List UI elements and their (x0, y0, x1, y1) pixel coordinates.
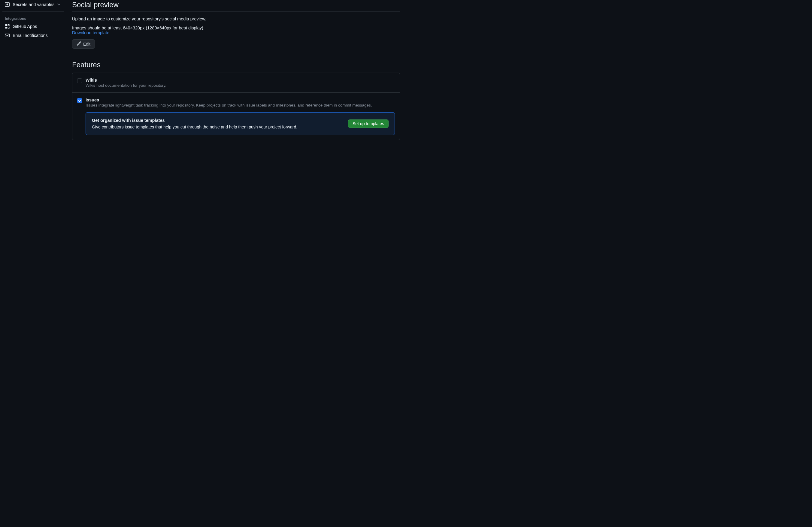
key-asterisk-icon (5, 2, 10, 7)
size-text-content: Images should be at least 640×320px (128… (72, 26, 204, 30)
social-preview-size-text: Images should be at least 640×320px (128… (72, 26, 400, 35)
pencil-icon (76, 41, 82, 47)
issues-desc: Issues integrate lightweight task tracki… (86, 103, 395, 107)
social-preview-upload-text: Upload an image to customize your reposi… (72, 16, 400, 21)
sidebar-section-integrations: Integrations (2, 14, 64, 22)
features-heading: Features (72, 61, 400, 69)
issues-checkbox[interactable] (77, 98, 82, 103)
sidebar-item-label: Secrets and variables (13, 2, 56, 7)
apps-icon (5, 24, 10, 29)
feature-issues-row: Issues Issues integrate lightweight task… (72, 93, 400, 140)
social-preview-heading: Social preview (72, 1, 400, 12)
wikis-desc: Wikis host documentation for your reposi… (86, 83, 395, 88)
issues-title: Issues (86, 97, 395, 102)
settings-sidebar: Secrets and variables Integrations GitHu… (0, 0, 66, 264)
issues-content: Issues Issues integrate lightweight task… (86, 97, 395, 135)
main-content: Social preview Upload an image to custom… (66, 0, 406, 264)
callout-title: Get organized with issue templates (92, 118, 341, 123)
issue-templates-callout: Get organized with issue templates Give … (86, 112, 395, 135)
download-template-link[interactable]: Download template (72, 30, 109, 35)
mail-icon (5, 33, 10, 38)
wikis-content: Wikis Wikis host documentation for your … (86, 78, 395, 88)
set-up-templates-button[interactable]: Set up templates (348, 119, 389, 128)
sidebar-divider (2, 11, 64, 12)
wikis-checkbox[interactable] (77, 78, 82, 83)
wikis-title: Wikis (86, 78, 395, 82)
edit-button-label: Edit (83, 42, 90, 46)
callout-desc: Give contributors issue templates that h… (92, 124, 341, 129)
feature-wikis-row: Wikis Wikis host documentation for your … (72, 73, 400, 93)
features-box: Wikis Wikis host documentation for your … (72, 73, 400, 140)
chevron-down-icon (56, 2, 61, 7)
sidebar-item-secrets[interactable]: Secrets and variables (2, 0, 64, 9)
sidebar-item-label: GitHub Apps (13, 24, 61, 29)
callout-text: Get organized with issue templates Give … (92, 118, 341, 129)
edit-button[interactable]: Edit (72, 39, 95, 49)
sidebar-item-label: Email notifications (13, 33, 61, 38)
sidebar-item-email-notifications[interactable]: Email notifications (2, 31, 64, 40)
sidebar-item-github-apps[interactable]: GitHub Apps (2, 22, 64, 31)
